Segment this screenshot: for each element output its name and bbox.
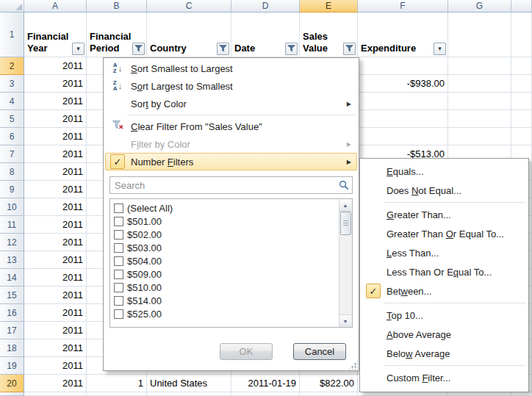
row-header-15[interactable]: 15 <box>0 287 24 304</box>
filter-value-item[interactable]: (Select All) <box>114 201 337 215</box>
checkbox-icon[interactable] <box>114 296 123 306</box>
row-header-13[interactable]: 13 <box>0 251 24 269</box>
checkbox-icon[interactable] <box>114 243 123 253</box>
ok-button[interactable]: OK <box>220 343 273 360</box>
header-cell-F[interactable]: Expenditure▾ <box>358 12 448 57</box>
cancel-button[interactable]: Cancel <box>293 343 346 360</box>
select-all-corner[interactable] <box>0 0 24 12</box>
submenu-item-does-not-equal[interactable]: Does Not Equal... <box>362 181 527 200</box>
cell-A7[interactable]: 2011 <box>24 145 87 163</box>
cell-A11[interactable]: 2011 <box>24 216 87 234</box>
checkbox-icon[interactable] <box>114 270 123 279</box>
header-cell-partial[interactable] <box>511 12 532 57</box>
scrollbar[interactable]: ▲ ▼ <box>339 199 352 327</box>
scroll-down-button[interactable]: ▼ <box>339 314 351 327</box>
cell-partial5[interactable] <box>511 110 532 128</box>
cell-B20[interactable]: 1 <box>87 375 147 392</box>
filter-button-A[interactable]: ▾ <box>72 43 85 55</box>
cell-partial6[interactable] <box>511 128 532 145</box>
search-icon[interactable] <box>339 180 349 190</box>
submenu-item-below-average[interactable]: Below Average <box>362 344 527 363</box>
cell-A15[interactable]: 2011 <box>24 287 87 304</box>
cell-A5[interactable]: 2011 <box>24 110 87 128</box>
column-header-A[interactable]: A <box>24 0 87 12</box>
submenu-item-less-than-or-equal[interactable]: Less Than Or Equal To... <box>362 262 527 281</box>
row-header-18[interactable]: 18 <box>0 339 24 357</box>
filter-values-list[interactable]: (Select All)$501.00$502.00$503.00$504.00… <box>109 198 353 328</box>
column-header-F[interactable]: F <box>358 0 448 12</box>
cell-A6[interactable]: 2011 <box>24 128 87 145</box>
row-header-17[interactable]: 17 <box>0 322 24 339</box>
menu-item-filter-by-color[interactable]: Filter by Color▶ <box>105 135 357 153</box>
cell-A18[interactable]: 2011 <box>24 339 87 357</box>
row-header-2[interactable]: 2 <box>0 57 24 75</box>
row-header-3[interactable]: 3 <box>0 75 24 93</box>
filter-button-B[interactable] <box>132 43 145 55</box>
cell-partial2[interactable] <box>511 57 532 75</box>
filter-button-D[interactable] <box>285 43 298 55</box>
row-header-6[interactable]: 6 <box>0 128 24 145</box>
menu-item-sort-by-color[interactable]: Sort by Color▶ <box>105 95 357 112</box>
column-header-partial[interactable] <box>511 0 532 12</box>
submenu-item-greater-than[interactable]: Greater Than... <box>362 205 527 224</box>
checkbox-icon[interactable] <box>114 309 123 319</box>
cell-G5[interactable] <box>448 110 511 128</box>
row-header-20[interactable]: 20 <box>0 375 24 392</box>
menu-item-number-filters[interactable]: ✓Number Filters▶ <box>105 153 357 170</box>
menu-item-sort-smallest-to-largest[interactable]: AZ↓Sort Smallest to Largest <box>105 60 357 77</box>
column-header-E[interactable]: E <box>300 0 358 12</box>
filter-value-item[interactable]: $514.00 <box>114 294 337 307</box>
cell-A12[interactable]: 2011 <box>24 234 87 251</box>
checkbox-icon[interactable] <box>114 283 123 292</box>
cell-F2[interactable] <box>358 57 448 75</box>
menu-item-sort-largest-to-smallest[interactable]: ZA↓Sort Largest to Smallest <box>105 77 357 95</box>
filter-button-F[interactable]: ▾ <box>434 43 446 55</box>
cell-F5[interactable] <box>358 110 448 128</box>
resize-grip[interactable] <box>348 360 358 370</box>
submenu-item-greater-than-or-equal[interactable]: Greater Than Or Equal To... <box>362 224 527 243</box>
row-header-19[interactable]: 19 <box>0 357 24 375</box>
checkbox-icon[interactable] <box>114 217 123 226</box>
cell-G2[interactable] <box>448 57 511 75</box>
cell-A4[interactable]: 2011 <box>24 93 87 110</box>
checkbox-icon[interactable] <box>114 204 123 213</box>
filter-value-item[interactable]: $525.00 <box>114 307 337 320</box>
cell-A8[interactable]: 2011 <box>24 163 87 181</box>
cell-G6[interactable] <box>448 128 511 145</box>
cell-A13[interactable]: 2011 <box>24 251 87 269</box>
submenu-item-above-average[interactable]: Above Average <box>362 325 527 344</box>
cell-A14[interactable]: 2011 <box>24 269 87 287</box>
column-header-D[interactable]: D <box>231 0 300 12</box>
row-header-10[interactable]: 10 <box>0 198 24 216</box>
row-header-9[interactable]: 9 <box>0 181 24 198</box>
row-header-5[interactable]: 5 <box>0 110 24 128</box>
filter-value-item[interactable]: $502.00 <box>114 228 337 241</box>
cell-F4[interactable] <box>358 93 448 110</box>
checkbox-icon[interactable] <box>114 230 123 240</box>
header-cell-D[interactable]: Date <box>231 12 300 57</box>
cell-F3[interactable]: -$938.00 <box>358 75 448 93</box>
cell-C20[interactable]: United States <box>147 375 231 392</box>
row-header-12[interactable]: 12 <box>0 234 24 251</box>
cell-G4[interactable] <box>448 93 511 110</box>
column-header-C[interactable]: C <box>147 0 231 12</box>
filter-value-item[interactable]: $509.00 <box>114 267 337 281</box>
cell-A17[interactable]: 2011 <box>24 322 87 339</box>
cell-D20[interactable]: 2011-01-19 <box>231 375 300 392</box>
cell-A2[interactable]: 2011 <box>24 57 87 75</box>
row-header-1[interactable]: 1 <box>0 12 24 57</box>
row-header-11[interactable]: 11 <box>0 216 24 234</box>
filter-button-E[interactable] <box>343 43 356 55</box>
cell-F6[interactable] <box>358 128 448 145</box>
cell-A16[interactable]: 2011 <box>24 304 87 322</box>
cell-A9[interactable]: 2011 <box>24 181 87 198</box>
checkbox-icon[interactable] <box>114 256 123 266</box>
column-header-G[interactable]: G <box>448 0 511 12</box>
row-header-7[interactable]: 7 <box>0 145 24 163</box>
scroll-up-button[interactable]: ▲ <box>339 199 351 212</box>
submenu-item-top-10[interactable]: Top 10... <box>362 306 527 325</box>
submenu-item-less-than[interactable]: Less Than... <box>362 243 527 262</box>
column-header-B[interactable]: B <box>87 0 147 12</box>
scrollbar-thumb[interactable] <box>340 212 351 235</box>
cell-A10[interactable]: 2011 <box>24 198 87 216</box>
